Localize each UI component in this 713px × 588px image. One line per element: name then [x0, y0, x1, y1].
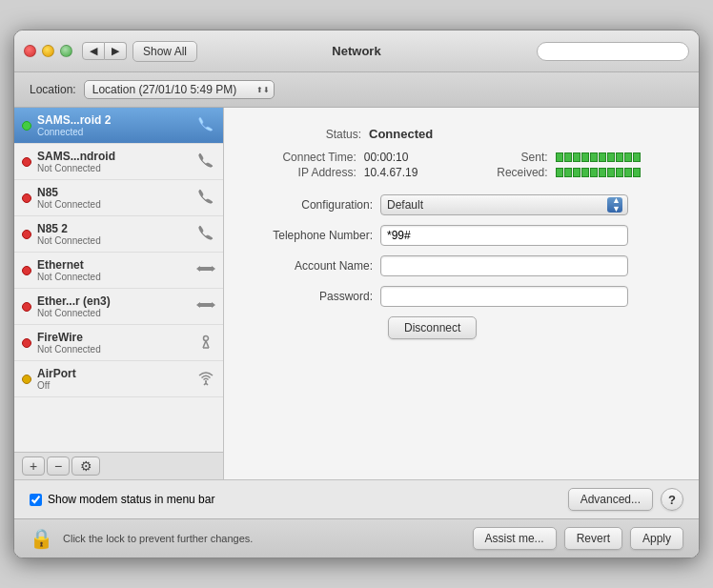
status-value: Connected — [369, 127, 433, 141]
net-icon-6 — [196, 332, 215, 355]
svg-rect-0 — [198, 267, 214, 271]
status-dot-5 — [22, 302, 31, 312]
status-dot-7 — [22, 375, 31, 384]
net-name-5: Ether...r (en3) — [37, 294, 191, 308]
zoom-button[interactable] — [60, 45, 72, 57]
sidebar-item-5[interactable]: Ether...r (en3)Not Connected — [14, 289, 223, 325]
remove-network-button[interactable]: − — [47, 456, 70, 476]
password-input[interactable] — [380, 286, 628, 307]
sidebar-item-4[interactable]: EthernetNot Connected — [14, 253, 223, 289]
show-modem-row: Show modem status in menu bar — [30, 493, 214, 506]
net-status-2: Not Connected — [37, 199, 191, 210]
assist-button[interactable]: Assist me... — [473, 527, 557, 550]
footer-buttons: Assist me... Revert Apply — [473, 527, 683, 550]
status-row: Status: Connected — [247, 127, 676, 141]
sidebar-item-3[interactable]: N85 2Not Connected — [14, 216, 223, 253]
account-row: Account Name: — [247, 255, 676, 276]
disconnect-button[interactable]: Disconnect — [388, 316, 477, 339]
net-text-0: SAMS...roid 2Connected — [37, 113, 191, 137]
lock-icon[interactable]: 🔒 — [30, 527, 53, 550]
net-status-6: Not Connected — [37, 344, 191, 355]
config-label: Configuration: — [247, 198, 380, 212]
location-toolbar: Location: Location (27/01/10 5:49 PM) — [14, 72, 699, 108]
net-status-4: Not Connected — [37, 272, 191, 282]
sidebar-item-6[interactable]: FireWireNot Connected — [14, 325, 223, 361]
footer: 🔒 Click the lock to prevent further chan… — [14, 518, 699, 558]
show-all-button[interactable]: Show All — [132, 41, 197, 62]
titlebar: ◀ ▶ Show All Network — [14, 30, 699, 72]
svg-point-10 — [205, 380, 207, 382]
net-name-2: N85 — [37, 186, 191, 199]
net-name-7: AirPort — [37, 367, 191, 380]
received-bars — [556, 168, 676, 177]
sidebar-item-7[interactable]: AirPortOff — [14, 361, 223, 397]
window-title: Network — [332, 44, 380, 58]
net-icon-4 — [196, 259, 215, 282]
minimize-button[interactable] — [42, 45, 54, 57]
net-name-6: FireWire — [37, 331, 191, 344]
net-text-3: N85 2Not Connected — [37, 222, 191, 246]
net-text-1: SAMS...ndroidNot Connected — [37, 150, 191, 173]
net-icon-5 — [196, 295, 215, 318]
net-name-3: N85 2 — [37, 222, 191, 235]
forward-button[interactable]: ▶ — [105, 42, 127, 60]
phone-row: Telephone Number: — [247, 225, 676, 246]
apply-button[interactable]: Apply — [630, 527, 683, 550]
net-status-1: Not Connected — [37, 163, 191, 173]
received-label: Received: — [461, 166, 548, 179]
location-select[interactable]: Location (27/01/10 5:49 PM) — [84, 80, 275, 99]
account-label: Account Name: — [247, 259, 380, 273]
close-button[interactable] — [24, 45, 36, 57]
svg-marker-2 — [212, 266, 215, 272]
show-modem-label: Show modem status in menu bar — [48, 493, 214, 506]
add-network-button[interactable]: + — [22, 456, 45, 476]
net-icon-1 — [196, 151, 215, 173]
config-select[interactable]: Default — [380, 194, 628, 215]
net-status-7: Off — [37, 380, 191, 391]
revert-button[interactable]: Revert — [564, 527, 622, 550]
ip-value: 10.4.67.19 — [364, 166, 454, 179]
connect-stats: Connect Time: 00:00:10 Sent: IP Address:… — [247, 151, 676, 179]
show-modem-checkbox[interactable] — [30, 494, 42, 506]
status-label: Status: — [247, 127, 361, 141]
status-dot-0 — [22, 121, 31, 131]
sent-label: Sent: — [461, 151, 548, 164]
nav-buttons: ◀ ▶ — [82, 42, 127, 60]
net-status-3: Not Connected — [37, 235, 191, 246]
status-dot-4 — [22, 266, 31, 275]
net-status-0: Connected — [37, 127, 191, 137]
back-button[interactable]: ◀ — [82, 42, 105, 60]
status-dot-1 — [22, 157, 31, 167]
sidebar-toolbar: + − ⚙ — [14, 452, 223, 479]
traffic-lights — [24, 45, 72, 57]
detail-panel: Status: Connected Connect Time: 00:00:10… — [224, 108, 699, 479]
status-dot-6 — [22, 338, 31, 348]
net-text-4: EthernetNot Connected — [37, 258, 191, 282]
svg-line-7 — [203, 340, 206, 348]
svg-marker-4 — [196, 302, 200, 308]
ip-label: IP Address: — [247, 166, 356, 179]
svg-marker-1 — [196, 266, 200, 272]
help-button[interactable]: ? — [661, 488, 683, 511]
account-input[interactable] — [380, 255, 628, 276]
net-text-2: N85Not Connected — [37, 186, 191, 210]
config-select-wrapper: Default ▲▼ — [380, 194, 628, 215]
search-input[interactable] — [537, 42, 689, 61]
sidebar-item-0[interactable]: SAMS...roid 2Connected — [14, 108, 223, 144]
svg-point-6 — [204, 335, 209, 340]
net-icon-2 — [196, 187, 215, 210]
sidebar-item-2[interactable]: N85Not Connected — [14, 180, 223, 216]
advanced-button[interactable]: Advanced... — [568, 488, 653, 511]
svg-line-8 — [206, 340, 209, 348]
net-name-4: Ethernet — [37, 258, 191, 272]
connect-time-value: 00:00:10 — [364, 151, 454, 164]
network-options-button[interactable]: ⚙ — [71, 456, 100, 476]
net-status-5: Not Connected — [37, 308, 191, 318]
phone-label: Telephone Number: — [247, 229, 380, 242]
lock-text: Click the lock to prevent further change… — [63, 533, 463, 544]
sidebar-item-1[interactable]: SAMS...ndroidNot Connected — [14, 144, 223, 180]
phone-input[interactable] — [380, 225, 628, 246]
password-label: Password: — [247, 290, 380, 303]
net-icon-3 — [196, 223, 215, 246]
status-dot-2 — [22, 193, 31, 203]
